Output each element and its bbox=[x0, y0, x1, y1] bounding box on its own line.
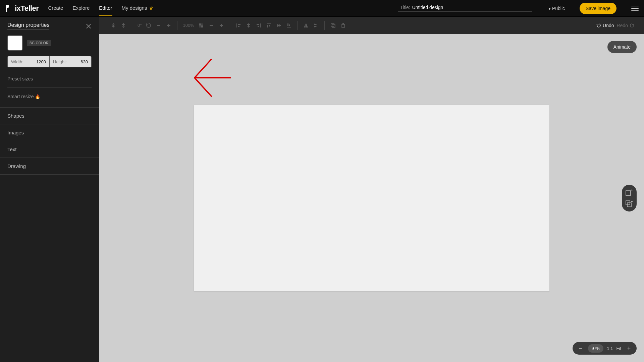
send-backward-icon[interactable] bbox=[120, 22, 126, 28]
menu-icon[interactable] bbox=[631, 6, 639, 11]
svg-rect-27 bbox=[279, 24, 280, 26]
undo-button[interactable]: Undo bbox=[596, 23, 614, 28]
undo-label: Undo bbox=[603, 23, 614, 28]
svg-rect-22 bbox=[267, 23, 271, 24]
smart-resize-link[interactable]: Smart resize 🔥 bbox=[0, 90, 99, 103]
app-header: ixTeller Create Explore Editor My design… bbox=[0, 0, 644, 17]
height-value: 630 bbox=[80, 59, 88, 64]
svg-rect-13 bbox=[236, 23, 237, 27]
logo-icon bbox=[5, 4, 13, 12]
minus-icon[interactable] bbox=[208, 22, 214, 28]
crown-icon: ♛ bbox=[149, 6, 153, 11]
align-right-icon[interactable] bbox=[256, 22, 262, 28]
sidebar-section-drawing[interactable]: Drawing bbox=[0, 158, 99, 175]
visibility-label: Public bbox=[552, 6, 565, 11]
svg-rect-6 bbox=[199, 23, 201, 25]
nav-my-designs-label: My designs bbox=[122, 5, 147, 11]
align-center-v-icon[interactable] bbox=[276, 22, 282, 28]
zoom-one-one[interactable]: 1:1 bbox=[607, 346, 613, 351]
svg-rect-28 bbox=[287, 27, 291, 27]
svg-rect-23 bbox=[267, 25, 268, 27]
svg-rect-15 bbox=[238, 26, 239, 27]
bg-color-swatch[interactable] bbox=[7, 35, 23, 51]
plus-icon[interactable] bbox=[218, 22, 224, 28]
svg-rect-2 bbox=[122, 23, 125, 25]
align-left-icon[interactable] bbox=[235, 22, 241, 28]
svg-rect-36 bbox=[626, 191, 631, 195]
title-label: Title: bbox=[400, 5, 410, 10]
redo-button[interactable]: Redo bbox=[617, 23, 635, 28]
flip-horizontal-icon[interactable] bbox=[303, 22, 309, 28]
svg-rect-16 bbox=[248, 23, 249, 27]
svg-rect-8 bbox=[201, 23, 203, 25]
rotate-icon[interactable] bbox=[146, 22, 152, 28]
sidebar-section-shapes[interactable]: Shapes bbox=[0, 107, 99, 124]
opacity-value: 100% bbox=[183, 23, 194, 28]
nav-editor[interactable]: Editor bbox=[99, 0, 112, 16]
width-value: 1200 bbox=[36, 59, 46, 64]
save-image-button[interactable]: Save image bbox=[580, 3, 616, 14]
undo-icon bbox=[596, 23, 601, 28]
zoom-value[interactable]: 97% bbox=[588, 344, 603, 353]
nav-my-designs[interactable]: My designs ♛ bbox=[122, 0, 153, 16]
logo-text: ixTeller bbox=[15, 4, 39, 13]
zoom-fit[interactable]: Fit bbox=[616, 346, 621, 351]
align-center-h-icon[interactable] bbox=[246, 22, 252, 28]
animate-button[interactable]: Animate bbox=[607, 41, 637, 53]
sidebar-section-text[interactable]: Text bbox=[0, 141, 99, 158]
canvas-area: 0° 100% bbox=[99, 17, 644, 362]
duplicate-frame-icon[interactable] bbox=[624, 199, 635, 208]
svg-rect-19 bbox=[260, 23, 261, 27]
zoom-in-button[interactable]: + bbox=[625, 344, 633, 353]
svg-rect-32 bbox=[332, 24, 335, 27]
align-bottom-icon[interactable] bbox=[286, 22, 292, 28]
svg-rect-12 bbox=[221, 24, 222, 27]
title-value: Untitled design bbox=[412, 5, 530, 10]
preset-sizes-link[interactable]: Preset sizes bbox=[0, 72, 99, 85]
add-frame-icon[interactable] bbox=[624, 188, 635, 197]
redo-label: Redo bbox=[617, 23, 628, 28]
flip-vertical-icon[interactable] bbox=[313, 22, 319, 28]
svg-rect-14 bbox=[238, 24, 240, 25]
svg-rect-18 bbox=[248, 26, 250, 27]
floating-actions bbox=[622, 185, 637, 212]
close-icon[interactable] bbox=[86, 23, 92, 29]
chevron-down-icon: ▾ bbox=[548, 6, 551, 11]
rotation-value: 0° bbox=[138, 23, 142, 28]
design-title-field[interactable]: Title: Untitled design bbox=[398, 5, 532, 12]
nav-explore[interactable]: Explore bbox=[72, 0, 90, 16]
logo[interactable]: ixTeller bbox=[5, 4, 39, 13]
svg-rect-31 bbox=[331, 23, 334, 26]
minus-icon[interactable] bbox=[156, 22, 162, 28]
height-input[interactable]: Height: 630 bbox=[49, 56, 92, 67]
bring-forward-icon[interactable] bbox=[110, 22, 116, 28]
svg-rect-9 bbox=[199, 25, 201, 27]
zoom-out-button[interactable]: − bbox=[576, 344, 585, 353]
svg-rect-21 bbox=[258, 26, 259, 27]
duplicate-icon[interactable] bbox=[330, 22, 336, 28]
svg-rect-26 bbox=[277, 24, 278, 27]
fire-icon: 🔥 bbox=[35, 94, 40, 99]
canvas-viewport[interactable]: Animate − 97% 1:1 Fit + bbox=[99, 34, 644, 362]
svg-rect-3 bbox=[157, 25, 160, 26]
opacity-icon[interactable] bbox=[198, 22, 204, 28]
design-canvas[interactable] bbox=[194, 105, 549, 291]
delete-icon[interactable] bbox=[340, 22, 346, 28]
svg-rect-7 bbox=[201, 25, 203, 27]
width-input[interactable]: Width: 1200 bbox=[7, 56, 49, 67]
svg-rect-20 bbox=[257, 24, 259, 25]
nav-create[interactable]: Create bbox=[48, 0, 63, 16]
height-label: Height: bbox=[53, 59, 67, 64]
align-top-icon[interactable] bbox=[266, 22, 272, 28]
panel-title: Design properties bbox=[7, 22, 49, 30]
sidebar-section-images[interactable]: Images bbox=[0, 124, 99, 141]
visibility-toggle[interactable]: ▾ Public bbox=[548, 6, 565, 11]
svg-rect-34 bbox=[341, 24, 345, 24]
svg-rect-1 bbox=[112, 24, 115, 27]
svg-rect-25 bbox=[277, 25, 281, 26]
plus-icon[interactable] bbox=[166, 22, 172, 28]
svg-rect-17 bbox=[247, 24, 250, 25]
svg-rect-30 bbox=[289, 24, 290, 26]
svg-rect-35 bbox=[342, 23, 344, 24]
redo-icon bbox=[629, 23, 635, 28]
